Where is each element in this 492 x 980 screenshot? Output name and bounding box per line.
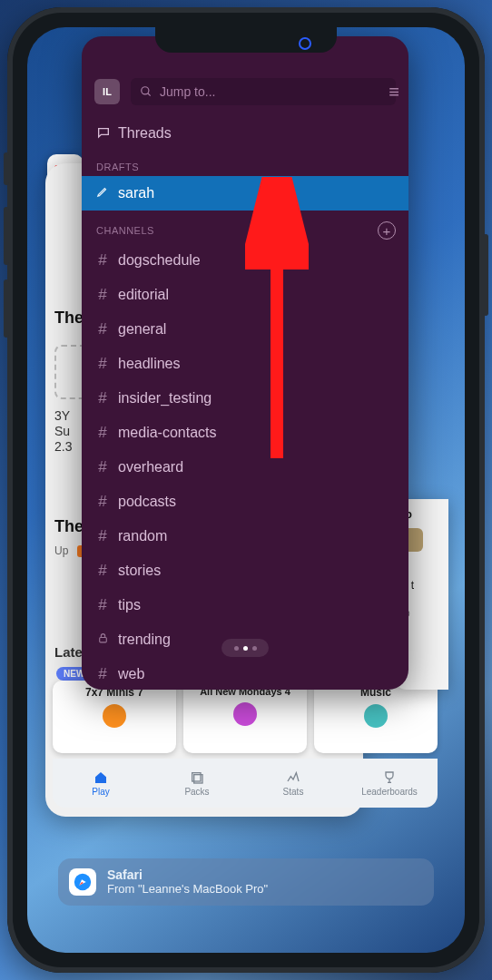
side-button bbox=[483, 234, 488, 316]
hash-icon: # bbox=[96, 527, 109, 545]
threads-label: Threads bbox=[118, 125, 172, 142]
pack-card[interactable]: Music bbox=[314, 681, 438, 753]
handoff-app: Safari bbox=[107, 867, 143, 882]
clue-line: Su bbox=[54, 424, 70, 438]
channel-name: headlines bbox=[118, 356, 181, 372]
clue-rating: 2.3 bbox=[54, 439, 72, 454]
draft-item[interactable]: sarah bbox=[82, 176, 408, 211]
screen: The D 3Y Su 2.3 The D Up TODA Latest NEW… bbox=[27, 27, 465, 953]
tab-bar: Play Packs Stats Leaderboards bbox=[53, 759, 438, 808]
pack-card[interactable]: 7x7 Minis 7 bbox=[53, 681, 176, 753]
channel-item[interactable]: #web bbox=[82, 657, 408, 690]
channel-name: overheard bbox=[118, 459, 183, 475]
stats-icon bbox=[285, 770, 301, 785]
draft-name: sarah bbox=[118, 185, 154, 201]
pack-card[interactable]: All New Mondays 4 bbox=[183, 681, 307, 753]
pack-row: 7x7 Minis 7 All New Mondays 4 Music bbox=[53, 681, 438, 753]
tab-packs[interactable]: Packs bbox=[149, 759, 245, 808]
side-button bbox=[4, 152, 9, 185]
handoff-banner[interactable]: Safari From "Leanne's MacBook Pro" bbox=[58, 858, 434, 906]
pager-dot bbox=[243, 646, 248, 651]
channel-name: stories bbox=[118, 563, 161, 579]
safari-icon bbox=[69, 868, 96, 896]
add-channel-button[interactable]: + bbox=[378, 221, 396, 240]
clue-text: 3Y Su 2.3 bbox=[54, 408, 72, 454]
updated-label: Up bbox=[54, 544, 68, 557]
tab-label: Packs bbox=[184, 787, 209, 797]
channel-item[interactable]: #editorial bbox=[82, 278, 408, 312]
search-input[interactable]: Jump to... bbox=[131, 78, 396, 105]
search-icon bbox=[140, 85, 153, 98]
channel-name: dogschedule bbox=[118, 252, 201, 269]
hash-icon: # bbox=[96, 355, 109, 373]
pack-icon bbox=[364, 704, 388, 728]
channel-item[interactable]: #random bbox=[82, 519, 408, 554]
channel-item[interactable]: #stories bbox=[82, 554, 408, 588]
pager-dot bbox=[234, 646, 239, 651]
channel-item[interactable]: #general bbox=[82, 312, 408, 347]
channels-header: CHANNELS bbox=[96, 225, 154, 236]
pack-icon bbox=[103, 704, 126, 728]
channel-list: #dogschedule#editorial#general#headlines… bbox=[82, 243, 408, 690]
pager-dot bbox=[252, 646, 257, 651]
threads-icon bbox=[96, 126, 111, 141]
channel-name: podcasts bbox=[118, 494, 176, 510]
svg-point-2 bbox=[142, 87, 149, 94]
lock-icon bbox=[96, 631, 109, 649]
trophy-icon bbox=[381, 770, 398, 785]
channel-item[interactable]: #media-contacts bbox=[82, 416, 408, 450]
drafts-header: DRAFTS bbox=[82, 152, 408, 176]
phone-frame: The D 3Y Su 2.3 The D Up TODA Latest NEW… bbox=[7, 7, 485, 973]
home-icon bbox=[93, 770, 109, 785]
hash-icon: # bbox=[96, 251, 109, 270]
search-placeholder: Jump to... bbox=[160, 84, 215, 99]
tab-label: Leaderboards bbox=[361, 787, 418, 797]
channel-name: general bbox=[118, 321, 166, 338]
hash-icon: # bbox=[96, 286, 109, 304]
pack-icon bbox=[233, 702, 257, 726]
hash-icon: # bbox=[96, 320, 109, 338]
pencil-icon bbox=[96, 184, 109, 202]
channel-name: trending bbox=[118, 632, 171, 648]
channel-item[interactable]: #overheard bbox=[82, 450, 408, 485]
channel-name: web bbox=[118, 666, 144, 682]
workspace-pager[interactable] bbox=[221, 639, 269, 657]
hash-icon: # bbox=[96, 493, 109, 511]
tab-label: Play bbox=[92, 787, 109, 797]
channel-name: media-contacts bbox=[118, 425, 217, 441]
hash-icon: # bbox=[96, 665, 109, 683]
channel-name: random bbox=[118, 528, 167, 544]
channel-item[interactable]: #tips bbox=[82, 588, 408, 622]
hash-icon: # bbox=[96, 389, 109, 407]
clue-line: 3Y bbox=[54, 408, 70, 423]
workspace-avatar[interactable]: IL bbox=[94, 79, 120, 104]
channel-name: insider_testing bbox=[118, 390, 212, 407]
handoff-text: Safari From "Leanne's MacBook Pro" bbox=[107, 867, 268, 897]
channel-item[interactable]: #dogschedule bbox=[82, 243, 408, 278]
svg-rect-3 bbox=[99, 637, 106, 642]
tab-label: Stats bbox=[283, 787, 304, 797]
packs-icon bbox=[189, 770, 205, 785]
channel-item[interactable]: #insider_testing bbox=[82, 381, 408, 416]
threads-row[interactable]: Threads bbox=[82, 114, 408, 152]
tab-stats[interactable]: Stats bbox=[245, 759, 341, 808]
hash-icon: # bbox=[96, 458, 109, 476]
hash-icon: # bbox=[96, 424, 109, 442]
side-button bbox=[4, 207, 9, 265]
tab-leaderboards[interactable]: Leaderboards bbox=[341, 759, 438, 808]
app-card-slack[interactable]: IL Jump to... ≡ Threads DRAFTS sarah CHA… bbox=[82, 36, 408, 690]
channel-name: editorial bbox=[118, 287, 169, 303]
hash-icon: # bbox=[96, 596, 109, 614]
side-button bbox=[4, 279, 9, 338]
hash-icon: # bbox=[96, 562, 109, 580]
tab-play[interactable]: Play bbox=[53, 759, 149, 808]
menu-icon[interactable]: ≡ bbox=[389, 82, 399, 103]
notch bbox=[155, 27, 337, 53]
channel-item[interactable]: #headlines bbox=[82, 347, 408, 381]
handoff-from: From "Leanne's MacBook Pro" bbox=[107, 882, 268, 896]
channel-item[interactable]: #podcasts bbox=[82, 485, 408, 519]
channel-name: tips bbox=[118, 597, 141, 613]
